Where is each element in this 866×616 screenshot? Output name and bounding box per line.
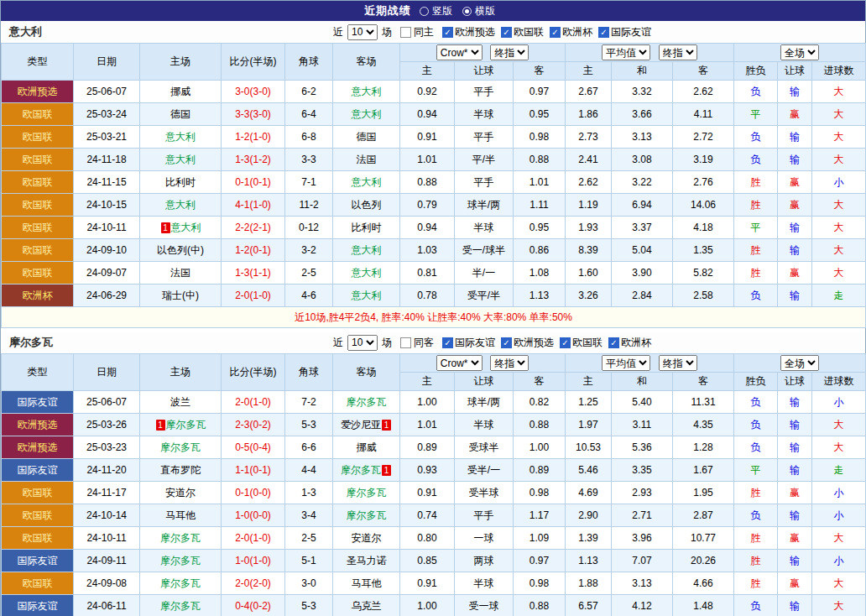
match-score[interactable]: 1-1(0-1) [222, 459, 285, 482]
recent-count-select[interactable]: 10 [347, 24, 378, 40]
team-name-link[interactable]: 摩尔多瓦 [160, 577, 201, 589]
team-name-link[interactable]: 比利时 [352, 222, 382, 233]
col-header-winloss: 胜负 [734, 373, 778, 391]
team-name-link[interactable]: 意大利 [165, 199, 196, 211]
match-score[interactable]: 1-2(1-0) [222, 126, 285, 149]
team-name-link[interactable]: 乌克兰 [352, 600, 382, 612]
team-name-link[interactable]: 以色列(中) [157, 244, 204, 256]
match-score[interactable]: 2-0(2-0) [222, 572, 285, 595]
team-name-link[interactable]: 摩尔多瓦 [160, 555, 201, 566]
final-odds-select[interactable]: 终指 [490, 355, 529, 371]
team-name-link[interactable]: 爱沙尼亚 [341, 419, 381, 431]
competition-filter-checkbox[interactable]: ✓ [560, 337, 571, 348]
team-name-link[interactable]: 马耳他 [165, 509, 196, 521]
team-name-link[interactable]: 意大利 [352, 176, 382, 188]
same-venue-checkbox[interactable]: ✓ [400, 27, 411, 38]
competition-filter-checkbox[interactable]: ✓ [598, 27, 609, 38]
team-name-link[interactable]: 摩尔多瓦 [347, 509, 387, 521]
average-select[interactable]: 平均值 [602, 44, 650, 60]
team-name-link[interactable]: 摩尔多瓦 [341, 464, 381, 476]
team-name-link[interactable]: 意大利 [171, 222, 201, 233]
team-name-link[interactable]: 意大利 [352, 290, 382, 301]
average-select[interactable]: 平均值 [602, 355, 650, 371]
competition-filter-checkbox[interactable]: ✓ [442, 337, 453, 348]
team-name-link[interactable]: 意大利 [352, 267, 382, 279]
team-name-link[interactable]: 摩尔多瓦 [160, 441, 201, 453]
team-name-link[interactable]: 摩尔多瓦 [160, 600, 201, 612]
team-name-link[interactable]: 摩尔多瓦 [166, 419, 206, 431]
match-score[interactable]: 0-5(0-4) [222, 436, 285, 459]
match-score[interactable]: 2-0(1-0) [222, 285, 285, 307]
bookmaker-select[interactable]: Crow* [436, 44, 483, 60]
handicap-line: 半球 [455, 414, 514, 436]
team-name-link[interactable]: 意大利 [352, 86, 382, 97]
team-name-link[interactable]: 德国 [357, 131, 377, 143]
team-name-link[interactable]: 法国 [357, 154, 377, 165]
team-name-link[interactable]: 意大利 [165, 154, 196, 165]
competition-filter-checkbox[interactable]: ✓ [501, 27, 512, 38]
team-name-link[interactable]: 德国 [170, 108, 190, 120]
final-odds-select-2[interactable]: 终指 [659, 355, 697, 371]
match-score[interactable]: 1-3(1-2) [222, 149, 285, 171]
team-name-link[interactable]: 直布罗陀 [160, 464, 201, 476]
team-name-link[interactable]: 挪威 [357, 441, 377, 453]
match-score[interactable]: 2-2(2-1) [222, 217, 285, 239]
team-name-link[interactable]: 瑞士(中) [162, 290, 199, 301]
team-name-link[interactable]: 比利时 [165, 176, 196, 188]
match-score[interactable]: 0-1(0-1) [222, 171, 285, 194]
competition-filter-checkbox[interactable]: ✓ [608, 337, 619, 348]
team-name-link[interactable]: 以色列 [352, 199, 382, 211]
team-name-link[interactable]: 意大利 [165, 131, 196, 143]
competition-badge: 欧洲预选 [2, 414, 74, 436]
avg-home-odds: 10.53 [566, 436, 612, 459]
col-header-away-odds: 客 [514, 373, 566, 391]
team-name-link[interactable]: 圣马力诺 [347, 555, 387, 566]
team-name-link[interactable]: 安道尔 [165, 487, 196, 499]
match-score[interactable]: 0-4(0-2) [222, 595, 285, 616]
team-name-link[interactable]: 摩尔多瓦 [160, 532, 201, 544]
match-score[interactable]: 3-3(3-0) [222, 103, 285, 126]
team-name-link[interactable]: 安道尔 [352, 532, 382, 544]
match-score[interactable]: 3-0(3-0) [222, 81, 285, 103]
full-match-select[interactable]: 全场 [780, 44, 819, 60]
team-name-link[interactable]: 挪威 [170, 86, 190, 97]
avg-home-odds: 2.90 [566, 504, 612, 527]
match-score[interactable]: 0-1(0-0) [222, 482, 285, 504]
final-odds-select-2[interactable]: 终指 [659, 44, 697, 60]
competition-filter-checkbox[interactable]: ✓ [501, 337, 512, 348]
recent-count-select[interactable]: 10 [347, 335, 378, 351]
goals-result: 小 [812, 550, 866, 572]
team-name-link[interactable]: 摩尔多瓦 [347, 396, 387, 408]
vertical-layout-radio[interactable] [420, 7, 429, 16]
full-match-select[interactable]: 全场 [780, 355, 819, 371]
match-score[interactable]: 1-3(1-1) [222, 262, 285, 285]
team-name-link[interactable]: 马耳他 [352, 577, 382, 589]
bookmaker-select[interactable]: Crow* [436, 355, 483, 371]
avg-home-odds: 6.57 [566, 595, 612, 616]
competition-filter-checkbox[interactable]: ✓ [442, 27, 453, 38]
team-name-link[interactable]: 意大利 [352, 244, 382, 256]
away-odds: 1.00 [514, 436, 566, 459]
team-name-link[interactable]: 波兰 [170, 396, 190, 408]
final-odds-select[interactable]: 终指 [490, 44, 529, 60]
match-score[interactable]: 1-0(1-0) [222, 550, 285, 572]
team-name-link[interactable]: 意大利 [352, 108, 382, 120]
match-score[interactable]: 2-0(1-0) [222, 527, 285, 550]
vertical-layout-label[interactable]: 竖版 [432, 4, 452, 18]
horizontal-layout-label[interactable]: 横版 [475, 4, 495, 18]
avg-draw-odds: 3.96 [612, 527, 673, 550]
match-score[interactable]: 2-0(1-0) [222, 391, 285, 414]
match-score[interactable]: 4-1(1-0) [222, 194, 285, 217]
corner-score: 5-3 [285, 414, 333, 436]
match-score[interactable]: 1-2(0-1) [222, 239, 285, 262]
horizontal-layout-radio[interactable] [462, 7, 472, 16]
home-team-cell: 1意大利 [140, 217, 222, 239]
corner-score: 4-4 [285, 459, 333, 482]
competition-badge: 欧国联 [2, 149, 74, 171]
match-score[interactable]: 2-3(0-2) [222, 414, 285, 436]
competition-filter-checkbox[interactable]: ✓ [550, 27, 561, 38]
team-name-link[interactable]: 摩尔多瓦 [347, 487, 387, 499]
match-score[interactable]: 1-0(0-0) [222, 504, 285, 527]
team-name-link[interactable]: 法国 [170, 267, 190, 279]
same-venue-checkbox[interactable]: ✓ [400, 337, 411, 348]
